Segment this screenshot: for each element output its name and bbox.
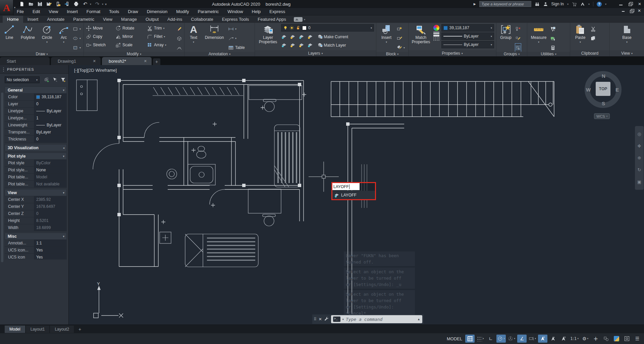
workspace-switch-button[interactable]: ⚙ (581, 335, 590, 343)
section-header[interactable]: General (5, 87, 67, 94)
property-value[interactable]: 18.6899 (34, 224, 67, 231)
layer-freeze-icon[interactable] (299, 34, 305, 40)
property-value[interactable]: Not available (34, 181, 67, 187)
close-tab-icon[interactable] (144, 59, 147, 63)
search-icon[interactable] (535, 2, 540, 7)
customize-wrench-icon[interactable] (324, 317, 329, 322)
match-layer-button[interactable]: Match Layer (316, 42, 374, 48)
search-expand-icon[interactable]: ▶ (474, 2, 476, 6)
orbit-icon[interactable]: ↻ (638, 167, 641, 172)
command-history-toggle-icon[interactable] (417, 318, 420, 321)
layer-isolate-icon[interactable] (290, 34, 296, 40)
property-value[interactable]: ByColor (34, 160, 67, 166)
viewcube-west[interactable]: W (586, 87, 591, 93)
annotation-scale-button[interactable] (559, 335, 568, 343)
menu-item[interactable]: Window (227, 9, 243, 14)
autoscale-toggle[interactable] (548, 335, 558, 343)
properties-palette-header[interactable]: PROPERTIES (0, 65, 68, 74)
close-command-line-icon[interactable] (319, 317, 322, 322)
group-selection-button[interactable] (515, 44, 521, 52)
doc-restore-button[interactable] (629, 9, 633, 13)
match-properties-button[interactable]: Match Properties (411, 24, 431, 44)
rectangle-button[interactable] (72, 25, 81, 33)
property-value[interactable]: Model (34, 174, 67, 180)
layout-tab[interactable]: Layout2 (50, 326, 74, 333)
app-store-cart-icon[interactable] (572, 2, 577, 7)
draw-panel-label[interactable]: Draw (0, 52, 84, 56)
groups-panel-label[interactable]: Groups (496, 52, 527, 56)
menu-item[interactable]: Help (252, 9, 261, 14)
layer-select[interactable]: 0 ▾ (281, 24, 374, 32)
open-from-mobile-button[interactable] (55, 1, 61, 7)
measure-button[interactable]: Measure (529, 24, 548, 44)
create-block-button[interactable] (396, 25, 405, 33)
model-space-toggle[interactable]: MODEL (447, 336, 462, 341)
viewport-controls-label[interactable]: [-][Top][2D Wireframe] (74, 68, 117, 73)
explode-button[interactable] (176, 34, 182, 42)
close-button[interactable] (637, 2, 642, 6)
drawing-tab[interactable]: Drawing1 (51, 57, 101, 65)
graphics-performance-button[interactable] (612, 335, 621, 343)
undo-dropdown[interactable]: ▾ (90, 3, 91, 6)
ortho-toggle[interactable]: ∟ (486, 335, 495, 343)
layers-panel-label[interactable]: Layers (255, 50, 376, 56)
ribbon-tab[interactable]: Annotate (43, 16, 69, 23)
ribbon-tab[interactable]: Parametric (69, 16, 99, 23)
ungroup-button[interactable] (515, 25, 521, 33)
linear-dimension-button[interactable] (228, 25, 245, 33)
menu-item[interactable]: Edit (33, 9, 40, 14)
command-input-bar[interactable]: Type a command (331, 315, 422, 323)
stretch-button[interactable]: Stretch (86, 41, 115, 49)
section-header[interactable]: 3D Visualization (5, 144, 67, 151)
ribbon-tab[interactable]: Home (3, 16, 23, 23)
menu-item[interactable]: Insert (67, 9, 78, 14)
select-objects-button[interactable] (52, 76, 58, 83)
property-value[interactable]: ByLayer (34, 122, 67, 128)
ribbon-tab[interactable]: Insert (23, 16, 43, 23)
array-button[interactable]: Array (147, 41, 176, 49)
property-value[interactable]: Yes (34, 254, 67, 260)
ribbon-tab[interactable]: Featured Apps (253, 16, 290, 23)
dimension-button[interactable]: Dimension (203, 24, 226, 40)
recent-commands-caret-icon[interactable] (342, 318, 344, 321)
drawing-tab[interactable]: Start (0, 57, 50, 65)
cut-button[interactable] (590, 25, 596, 33)
linetype-icon[interactable] (433, 38, 439, 41)
sign-in-caret-icon[interactable]: ▾ (567, 3, 569, 6)
save-as-button[interactable] (46, 1, 52, 7)
property-value[interactable]: ByLayer (34, 108, 67, 114)
utilities-panel-label[interactable]: Utilities (527, 52, 570, 56)
new-layout-button[interactable] (76, 326, 83, 333)
command-input[interactable]: Type a command (346, 317, 415, 322)
full-navigation-wheel-icon[interactable]: ◎ (637, 131, 641, 136)
ribbon-tab[interactable]: Collaborate (186, 16, 218, 23)
menu-item[interactable]: Parametric (198, 9, 219, 14)
viewcube-north[interactable]: N (602, 73, 605, 79)
line-button[interactable]: Line (2, 24, 17, 40)
property-value[interactable]: 8.5201 (34, 217, 67, 224)
zoom-icon[interactable]: ⊕ (638, 155, 641, 160)
ribbon-tab[interactable]: Manage (117, 16, 141, 23)
annotation-visibility-toggle[interactable] (538, 335, 547, 343)
property-value[interactable]: 1678.6497 (34, 203, 67, 210)
layout-tab[interactable]: Layout1 (26, 326, 50, 333)
layer-lock-icon[interactable] (307, 34, 313, 40)
doc-minimize-button[interactable] (621, 9, 625, 13)
snap-toggle[interactable] (476, 335, 485, 343)
quick-select-palette-button[interactable] (60, 76, 66, 83)
erase-button[interactable] (176, 25, 182, 33)
layer-unlock-all-icon[interactable] (299, 42, 305, 48)
menu-item[interactable]: Format (87, 9, 100, 14)
autodesk-caret-icon[interactable]: ▾ (588, 3, 590, 6)
menu-item[interactable]: File (17, 9, 24, 14)
ribbon-tab[interactable]: View (99, 16, 117, 23)
doc-close-button[interactable] (637, 9, 641, 13)
clipboard-panel-label[interactable]: Clipboard (570, 50, 609, 56)
properties-panel-label[interactable]: Properties (409, 50, 496, 56)
offset-button[interactable] (176, 44, 182, 52)
palette-grip-icon[interactable] (3, 67, 4, 72)
text-button[interactable]: AText (186, 24, 201, 44)
property-value[interactable]: 1 (34, 115, 67, 121)
dock-grip-icon[interactable]: ⠿ (314, 317, 317, 322)
lineweight-icon[interactable] (433, 32, 439, 37)
